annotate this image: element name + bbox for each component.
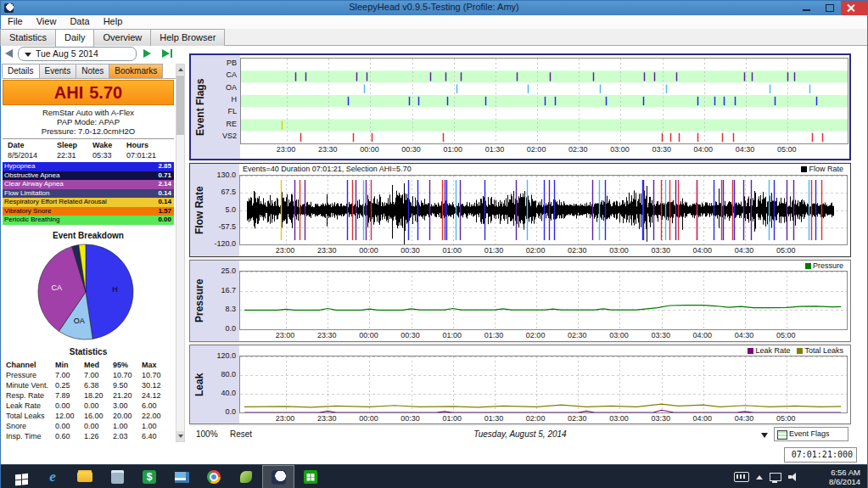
windows-store-icon[interactable] bbox=[294, 465, 327, 488]
stats-header: Max bbox=[142, 361, 157, 369]
network-icon[interactable] bbox=[770, 473, 781, 481]
x-axis-label: 02:00 bbox=[526, 331, 546, 339]
date-dropdown[interactable]: Tue Aug 5 2014 bbox=[18, 47, 137, 61]
channel-labels: PBCAOAHFLREVS2 bbox=[208, 58, 238, 143]
tab-statistics[interactable]: Statistics bbox=[0, 29, 56, 46]
scroll-up-button[interactable] bbox=[176, 65, 184, 75]
x-axis-label: 23:30 bbox=[318, 145, 338, 154]
session-header: Wake bbox=[92, 141, 112, 149]
left-panel-scrollbar[interactable] bbox=[176, 64, 185, 442]
tab-events[interactable]: Events bbox=[39, 64, 77, 78]
sleepyhead-icon[interactable] bbox=[262, 465, 294, 488]
channel-label-vs2: VS2 bbox=[208, 132, 237, 140]
x-axis: 23:0023:3000:0000:3001:0001:3002:0002:30… bbox=[239, 245, 846, 256]
y-axis-label: 67.5 bbox=[207, 188, 236, 196]
menu-file[interactable]: File bbox=[1, 15, 30, 27]
leak-plot[interactable] bbox=[239, 356, 848, 413]
x-axis: 23:0023:3000:0000:3001:0001:3002:0002:30… bbox=[239, 330, 846, 341]
x-axis-label: 04:30 bbox=[735, 246, 754, 255]
tab-help-browser[interactable]: Help Browser bbox=[150, 29, 225, 46]
stats-cell: 6.40 bbox=[142, 432, 157, 440]
stats-header: Med bbox=[84, 361, 99, 369]
pressure-range: Pressure: 7.0-12.0cmH2O bbox=[3, 126, 174, 136]
window-controls bbox=[795, 1, 867, 15]
x-axis-label: 00:00 bbox=[360, 145, 379, 154]
dropdown-caret-icon[interactable] bbox=[761, 433, 768, 438]
stats-cell: 22.00 bbox=[142, 412, 161, 420]
tab-notes[interactable]: Notes bbox=[76, 64, 109, 78]
internet-explorer-icon[interactable] bbox=[36, 465, 69, 488]
app-window: SleepyHead v0.9.5-Testing (Profile: Amy)… bbox=[0, 0, 868, 488]
volume-icon[interactable] bbox=[788, 472, 799, 482]
x-axis-label: 01:00 bbox=[443, 246, 462, 255]
finance-icon[interactable] bbox=[133, 465, 165, 488]
utility-icon[interactable] bbox=[230, 465, 262, 488]
legend-item: Leak Rate bbox=[748, 346, 790, 355]
stats-header: Min bbox=[55, 361, 69, 369]
x-axis-label: 00:30 bbox=[400, 331, 420, 339]
scrollbar-thumb[interactable] bbox=[176, 76, 184, 135]
event-row: Obstructive Apnea0.71 bbox=[3, 171, 174, 181]
pie-label: H bbox=[112, 285, 118, 294]
graph-title: Flow Rate bbox=[191, 164, 208, 256]
taskbar-clock[interactable]: 6:56 AM 8/6/2014 bbox=[829, 468, 860, 486]
tab-details[interactable]: Details bbox=[2, 64, 40, 78]
graph-selector-dropdown[interactable]: Event Flags bbox=[774, 427, 848, 441]
graph-title: Pressure bbox=[191, 261, 208, 341]
menu-data[interactable]: Data bbox=[63, 15, 96, 27]
tab-bookmarks[interactable]: Bookmarks bbox=[109, 64, 163, 78]
pressure-plot[interactable] bbox=[239, 271, 848, 330]
menu-help[interactable]: Help bbox=[97, 15, 130, 27]
close-button[interactable] bbox=[841, 1, 867, 15]
menu-view[interactable]: View bbox=[30, 15, 64, 27]
event-value: 2.14 bbox=[158, 180, 171, 189]
legend-item: Total Leaks bbox=[797, 346, 843, 355]
stats-cell: 0.00 bbox=[55, 401, 70, 410]
flow-rate-summary: Events=40 Duration 07:01:21, Selection A… bbox=[243, 165, 412, 173]
stats-cell: 30.12 bbox=[142, 381, 161, 390]
stats-cell: 2.03 bbox=[113, 432, 128, 440]
event-value: 0.71 bbox=[158, 171, 171, 181]
file-explorer-icon[interactable] bbox=[69, 465, 101, 488]
stats-cell: 0.00 bbox=[55, 422, 70, 430]
scroll-down-button[interactable] bbox=[176, 431, 184, 441]
up-arrow-icon bbox=[178, 68, 183, 71]
graph-title: Event Flags bbox=[192, 55, 209, 159]
x-axis-label: 02:00 bbox=[526, 414, 546, 423]
next-day-button[interactable] bbox=[143, 49, 154, 59]
x-axis-label: 03:00 bbox=[609, 246, 629, 255]
minimize-button[interactable] bbox=[795, 1, 818, 15]
chrome-icon[interactable] bbox=[198, 465, 230, 488]
tab-daily[interactable]: Daily bbox=[55, 29, 94, 47]
x-axis-label: 01:30 bbox=[484, 331, 504, 339]
graph-selector-value: Event Flags bbox=[789, 429, 830, 438]
x-axis-label: 03:30 bbox=[652, 145, 671, 154]
x-axis-label: 01:30 bbox=[484, 246, 504, 255]
session-header: Sleep bbox=[57, 141, 77, 149]
status-strip: 07:01:21:000 bbox=[1, 444, 867, 464]
y-axis: 120.080.040.00.0 bbox=[207, 356, 238, 412]
event-value: 1.57 bbox=[158, 207, 171, 216]
start-button[interactable] bbox=[1, 465, 35, 488]
photos-icon[interactable] bbox=[165, 465, 198, 488]
tab-overview[interactable]: Overview bbox=[93, 29, 151, 46]
maximize-button[interactable] bbox=[818, 1, 841, 15]
latest-day-button[interactable] bbox=[162, 49, 172, 59]
event-value: 0.14 bbox=[158, 198, 171, 207]
flow-rate-plot[interactable] bbox=[239, 175, 848, 245]
leak-panel: Leak Leak RateTotal Leaks 120.080.040.00… bbox=[189, 345, 851, 424]
event-row: Periodic Breathing0.00 bbox=[3, 216, 174, 225]
event-flags-plot[interactable] bbox=[240, 58, 848, 144]
x-axis: 23:0023:3000:0000:3001:0001:3002:0002:30… bbox=[239, 413, 846, 424]
event-row: Hypopnea2.85 bbox=[3, 162, 174, 171]
legend-swatch bbox=[797, 348, 803, 354]
previous-day-button[interactable] bbox=[5, 49, 15, 59]
calculator-icon[interactable] bbox=[101, 465, 133, 488]
stats-cell: Total Leaks bbox=[6, 412, 45, 420]
details-sidebar: DetailsEventsNotesBookmarks AHI 5.70 Rem… bbox=[1, 62, 186, 444]
ahi-value: 5.70 bbox=[89, 83, 122, 103]
keyboard-icon[interactable] bbox=[734, 472, 749, 482]
x-axis-label: 04:30 bbox=[735, 331, 754, 339]
show-hidden-icon[interactable] bbox=[756, 475, 763, 480]
session-clock-display: 07:01:21:000 bbox=[784, 447, 857, 463]
